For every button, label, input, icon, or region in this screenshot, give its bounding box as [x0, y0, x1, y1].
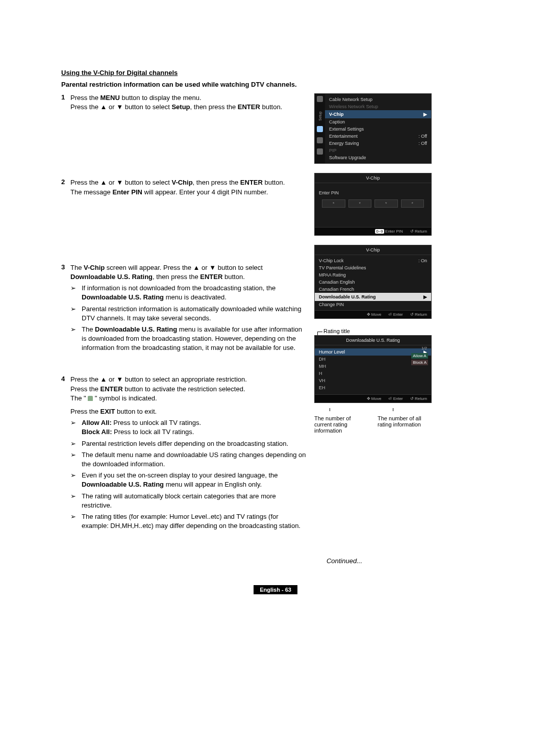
menu-icon [317, 96, 323, 102]
chevron-right-icon: ▶ [423, 294, 427, 299]
return-icon: ↺ [410, 312, 414, 317]
downloadable-rating-panel: Downloadable U.S. Rating Humor Level▶ 1/… [314, 335, 432, 403]
keypad-hint-icon: 0~9 [375, 229, 384, 234]
pin-digit: * [374, 199, 398, 208]
setup-panel: Setup Cable Network Setup Wireless Netwo… [314, 93, 432, 164]
step-2: 2 Press the ▲ or ▼ button to select V-Ch… [61, 178, 306, 196]
menu-item: Software Upgrade [329, 154, 427, 161]
bullet-arrow-icon: ➢ [70, 512, 82, 531]
step-text: Press the ▲ or ▼ button to select an app… [70, 375, 306, 533]
bullet-arrow-icon: ➢ [70, 305, 82, 323]
return-icon: ↺ [410, 229, 414, 234]
bullet: ➢ Parental restriction levels differ dep… [70, 439, 306, 448]
rating-title-callout: Rating title [323, 328, 432, 334]
bullet: ➢ The default menu name and downloadable… [70, 450, 306, 469]
rating-row: EH [319, 384, 427, 391]
page-footer: English - 63 [61, 585, 490, 594]
panel-title: V-Chip [315, 173, 431, 183]
enter-pin-panel: V-Chip Enter PIN * * * * 0~9 Enter PIN ↺… [314, 173, 432, 236]
annotation-right: The number of all rating information [378, 412, 432, 434]
enter-pin-label: Enter PIN [319, 190, 427, 195]
panel-title: V-Chip [315, 245, 431, 255]
rating-tags: Allow A Block A [411, 353, 428, 365]
step-4: 4 Press the ▲ or ▼ button to select an a… [61, 375, 306, 533]
section-heading: Using the V-Chip for Digital channels [61, 69, 490, 77]
app-icon [317, 148, 323, 155]
menu-item: Caption [329, 118, 427, 125]
menu-item: External Settings [329, 125, 427, 133]
pin-digit: * [401, 199, 424, 208]
step-number: 2 [61, 178, 70, 196]
panel-footer: ✥ Move ⏎ Enter ↺ Return [315, 394, 431, 402]
screenshots-column: Setup Cable Network Setup Wireless Netwo… [314, 93, 432, 539]
enter-icon: ⏎ [388, 312, 392, 317]
menu-item: Cable Network Setup [329, 96, 427, 103]
menu-item-selected: V-Chip▶ [325, 110, 431, 118]
menu-item: TV Parental Guidelines [319, 264, 427, 271]
input-icon [317, 137, 323, 143]
pin-digit: * [348, 199, 372, 208]
step-text: Press the ▲ or ▼ button to select V-Chip… [70, 178, 306, 196]
panel-footer: ✥ Move ⏎ Enter ↺ Return [315, 310, 431, 318]
chevron-right-icon: ▶ [423, 112, 427, 117]
step-text: The V-Chip screen will appear. Press the… [70, 263, 306, 355]
menu-item: Entertainment: Off [329, 133, 427, 140]
page-number: English - 63 [254, 585, 297, 594]
vchip-menu-panel: V-Chip V-Chip Lock: On TV Parental Guide… [314, 245, 432, 319]
menu-item-selected: Downloadable U.S. Rating▶ [315, 293, 431, 301]
menu-item: Energy Saving: Off [329, 140, 427, 147]
rating-row: MH [319, 363, 427, 370]
page-indicator: 1/2 [421, 346, 427, 350]
callout-annotations: The number of current rating information… [314, 412, 432, 434]
bullet: ➢ The Downloadable U.S. Rating menu is a… [70, 325, 306, 353]
allow-tag: Allow A [411, 353, 428, 359]
annotation-left: The number of current rating information [314, 412, 368, 434]
menu-item: Change PIN [319, 301, 427, 308]
bullet-arrow-icon: ➢ [70, 492, 82, 510]
rating-row: VH [319, 377, 427, 384]
bullet-arrow-icon: ➢ [70, 439, 82, 448]
setup-tab-label: Setup [318, 111, 321, 120]
step-text: Press the MENU button to display the men… [70, 93, 306, 112]
rating-row: DH [319, 356, 427, 363]
bullet-arrow-icon: ➢ [70, 418, 82, 437]
gear-icon [317, 126, 323, 132]
step-number: 1 [61, 93, 70, 112]
bullet: ➢ Allow All: Press to unlock all TV rati… [70, 418, 306, 437]
panel-footer: 0~9 Enter PIN ↺ Return [315, 227, 431, 235]
step-number: 3 [61, 263, 70, 355]
block-tag: Block A [411, 360, 428, 365]
step-number: 4 [61, 375, 70, 533]
bullet: ➢ If information is not downloaded from … [70, 284, 306, 302]
menu-item: V-Chip Lock: On [319, 257, 427, 264]
bullet: ➢ The rating will automatically block ce… [70, 492, 306, 510]
bullet-arrow-icon: ➢ [70, 471, 82, 489]
sidebar-icons: Setup [315, 94, 325, 163]
pin-digit: * [322, 199, 345, 208]
menu-item: MPAA Rating [319, 271, 427, 279]
bullet-arrow-icon: ➢ [70, 325, 82, 353]
pin-input-group: * * * * [319, 199, 427, 208]
panel-title: Downloadable U.S. Rating [315, 336, 431, 345]
move-icon: ✥ [367, 396, 370, 401]
menu-item: PIP [329, 147, 427, 154]
rating-row: H [319, 370, 427, 377]
menu-item: Canadian English [319, 279, 427, 286]
instructions-column: 1 Press the MENU button to display the m… [61, 93, 306, 539]
lock-icon [88, 396, 93, 401]
step-3: 3 The V-Chip screen will appear. Press t… [61, 263, 306, 355]
step-1: 1 Press the MENU button to display the m… [61, 93, 306, 112]
bullet: ➢ Parental restriction information is au… [70, 305, 306, 323]
bullet: ➢ The rating titles (for example: Humor … [70, 512, 306, 531]
bullet-arrow-icon: ➢ [70, 450, 82, 469]
move-icon: ✥ [367, 312, 370, 317]
bullet: ➢ Even if you set the on-screen display … [70, 471, 306, 489]
section-subheading: Parental restriction information can be … [61, 81, 490, 88]
return-icon: ↺ [410, 396, 414, 401]
continued-note: Continued... [61, 557, 362, 565]
enter-icon: ⏎ [388, 396, 392, 401]
bullet-arrow-icon: ➢ [70, 284, 82, 302]
menu-item: Canadian French [319, 286, 427, 293]
menu-item: Wireless Network Setup [329, 103, 427, 110]
